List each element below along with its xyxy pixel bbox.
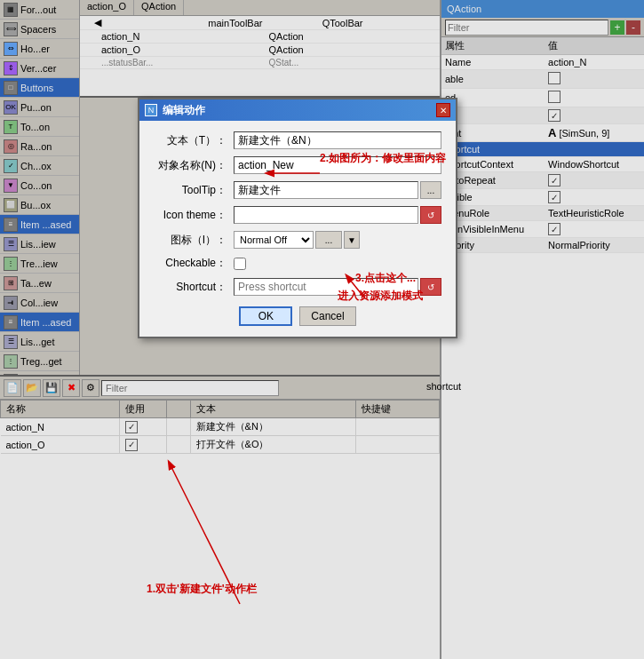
dialog-icontheme-input[interactable]: [234, 206, 418, 224]
dialog-text-label: 文本（T）：: [154, 133, 234, 148]
dialog-shortcut-btn[interactable]: ↺: [420, 278, 441, 296]
dialog-shortcut-row: Shortcut： ↺: [154, 278, 441, 296]
dialog-cancel-button[interactable]: Cancel: [299, 306, 355, 326]
dialog-tooltip-btn[interactable]: ...: [420, 181, 441, 199]
dialog-icon-browse-btn[interactable]: ...: [315, 231, 342, 249]
dialog-checkable-row: Checkable：: [154, 256, 441, 271]
dialog-icontheme-row: Icon theme： ↺: [154, 206, 441, 224]
dialog-tooltip-label: ToolTip：: [154, 183, 234, 198]
dialog-icon: N: [145, 104, 157, 116]
dialog-tooltip-input[interactable]: [234, 181, 418, 199]
dialog-checkable-label: Checkable：: [154, 256, 234, 271]
dialog-text-row: 文本（T）：: [154, 131, 441, 149]
dialog-ok-button[interactable]: OK: [239, 306, 292, 326]
edit-action-dialog: N 编辑动作 ✕ 文本（T）： 对象名称(N)： ToolTip： ...: [138, 98, 457, 338]
dialog-shortcut-label: Shortcut：: [154, 280, 234, 295]
dialog-name-row: 对象名称(N)：: [154, 156, 441, 174]
dialog-body: 文本（T）： 对象名称(N)： ToolTip： ... Icon theme：…: [139, 121, 456, 337]
dialog-name-input[interactable]: [234, 156, 441, 174]
dialog-checkable-checkbox[interactable]: [234, 258, 246, 270]
dialog-titlebar: N 编辑动作 ✕: [139, 99, 456, 121]
dialog-overlay: N 编辑动作 ✕ 文本（T）： 对象名称(N)： ToolTip： ...: [0, 0, 644, 659]
dialog-tooltip-row: ToolTip： ...: [154, 181, 441, 199]
dialog-icon-dropdown-btn[interactable]: ▼: [344, 231, 360, 249]
dialog-close-button[interactable]: ✕: [436, 103, 450, 117]
dialog-name-label: 对象名称(N)：: [154, 158, 234, 173]
dialog-icontheme-btn[interactable]: ↺: [420, 206, 441, 224]
dialog-icon-select[interactable]: Normal Off: [234, 231, 314, 249]
dialog-icon-row: 图标（I）： Normal Off ... ▼: [154, 231, 441, 249]
dialog-button-row: OK Cancel: [154, 306, 441, 326]
dialog-icon-label: 图标（I）：: [154, 233, 234, 248]
dialog-icontheme-label: Icon theme：: [154, 208, 234, 223]
dialog-text-input[interactable]: [234, 131, 441, 149]
dialog-title-text: 编辑动作: [163, 103, 205, 118]
dialog-shortcut-input[interactable]: [234, 278, 418, 296]
